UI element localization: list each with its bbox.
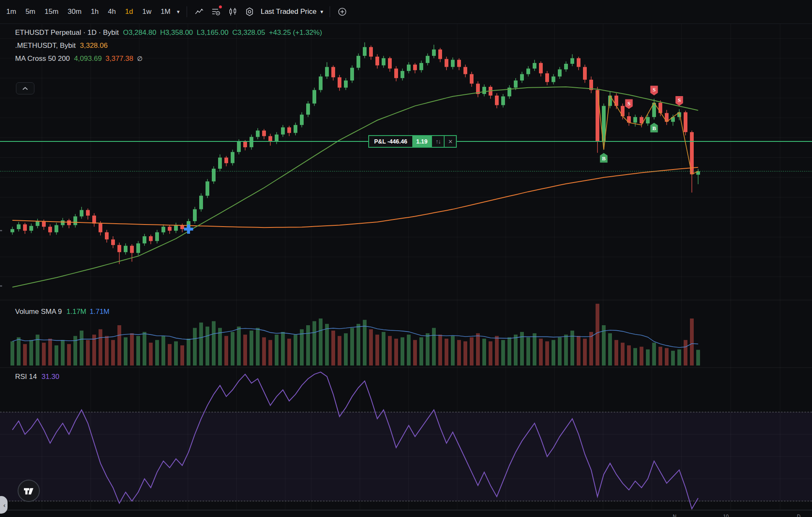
tv-glyph-icon: [23, 485, 35, 497]
chart-settings-icon[interactable]: [245, 7, 255, 17]
svg-text:S: S: [678, 97, 681, 103]
chart-toolbar: 1m5m15m30m1h4h1d1w1M ▼: [0, 0, 812, 24]
ohlc-high: H3,358.00: [160, 29, 193, 37]
drawing-bar-tick: [0, 285, 2, 287]
drawing-bar-tick: [0, 230, 2, 231]
chevron-left-icon: ‹: [3, 501, 5, 509]
rsi-value: 31.30: [42, 373, 60, 381]
svg-text:B: B: [602, 155, 606, 162]
timeframe-1d[interactable]: 1d: [120, 8, 138, 16]
toolbar-divider: [330, 6, 330, 17]
symbol-title: ETHUSDT Perpetual · 1D · Bybit: [15, 29, 119, 37]
empty-value-icon: ∅: [137, 55, 143, 63]
time-axis[interactable]: N10D: [0, 510, 812, 517]
line-chart-icon[interactable]: [194, 7, 204, 17]
chevron-up-icon: [22, 87, 28, 90]
svg-text:S: S: [627, 100, 630, 107]
symbol-legend-row[interactable]: ETHUSDT Perpetual · 1D · Bybit O3,284.80…: [15, 26, 326, 39]
timeframe-menu-caret[interactable]: ▼: [175, 9, 183, 14]
methusdt-title: .METHUSDT, Bybit: [15, 42, 76, 50]
timeframe-4h[interactable]: 4h: [103, 8, 120, 16]
volume-title: Volume SMA 9: [15, 308, 62, 316]
sell-marker: S: [625, 99, 633, 109]
price-source-select[interactable]: Last Traded Price ▼: [260, 8, 324, 16]
volume-sma-value: 1.71M: [90, 308, 109, 316]
timeframe-1h[interactable]: 1h: [86, 8, 103, 16]
ohlc-low: L3,165.00: [197, 29, 229, 37]
ohlc-close: C3,328.05: [232, 29, 265, 37]
timeframe-group: 1m5m15m30m1h4h1d1w1M: [2, 8, 175, 16]
pnl-close-button[interactable]: ✕: [444, 136, 456, 147]
tradingview-logo[interactable]: [18, 480, 40, 502]
ohlc-change: +43.25 (+1.32%): [269, 29, 322, 37]
time-tick-label: N: [673, 514, 677, 517]
chart-canvas[interactable]: BSSBS: [0, 0, 812, 517]
timeframe-1w[interactable]: 1w: [138, 8, 156, 16]
methusdt-legend-row[interactable]: .METHUSDT, Bybit 3,328.06: [15, 39, 326, 52]
pnl-label: P&L -446.46: [369, 136, 412, 147]
ma-cross-title: MA Cross 50 200: [15, 55, 70, 63]
ohlc-open: O3,284.80: [123, 29, 156, 37]
timeframe-30m[interactable]: 30m: [63, 8, 86, 16]
volume-legend-row[interactable]: Volume SMA 9 1.17M 1.71M: [15, 308, 109, 316]
timeframe-1M[interactable]: 1M: [156, 8, 175, 16]
rsi-legend-row[interactable]: RSI 14 31.30: [15, 373, 60, 381]
sell-marker: S: [676, 96, 683, 106]
time-tick-label: 10: [723, 514, 729, 517]
chevron-down-icon: ▼: [320, 9, 324, 14]
timeframe-5m[interactable]: 5m: [21, 8, 40, 16]
svg-text:S: S: [653, 86, 656, 93]
sell-marker: S: [651, 86, 658, 95]
candles-icon[interactable]: [228, 7, 238, 17]
time-tick-label: D: [797, 514, 801, 517]
indicators-icon[interactable]: [211, 7, 221, 17]
buy-marker: B: [651, 123, 658, 133]
ma50-value: 4,093.69: [74, 55, 102, 63]
methusdt-value: 3,328.06: [80, 42, 108, 50]
svg-text:B: B: [652, 125, 656, 131]
price-source-label: Last Traded Price: [260, 8, 316, 16]
buy-marker: B: [600, 153, 608, 163]
rsi-title: RSI 14: [15, 373, 37, 381]
trading-chart-app: BSSBS 1m5m15m30m1h4h1d1w1M ▼: [0, 0, 812, 517]
timeframe-15m[interactable]: 15m: [40, 8, 63, 16]
volume-value: 1.17M: [67, 308, 86, 316]
ma200-value: 3,377.38: [106, 55, 133, 63]
timeframe-1m[interactable]: 1m: [2, 8, 21, 16]
ma-cross-legend-row[interactable]: MA Cross 50 200 4,093.69 3,377.38 ∅: [15, 52, 326, 65]
position-pnl-box[interactable]: P&L -446.46 1.19 ↑↓ ✕: [368, 135, 457, 148]
toolbar-divider: [187, 6, 187, 17]
legend-collapse-button[interactable]: [16, 82, 34, 94]
legend-panel: ETHUSDT Perpetual · 1D · Bybit O3,284.80…: [15, 26, 326, 65]
pnl-quantity: 1.19: [412, 136, 431, 147]
plus-circle-icon[interactable]: [337, 7, 347, 17]
pnl-reverse-button[interactable]: ↑↓: [431, 136, 444, 147]
notification-dot: [219, 5, 222, 8]
